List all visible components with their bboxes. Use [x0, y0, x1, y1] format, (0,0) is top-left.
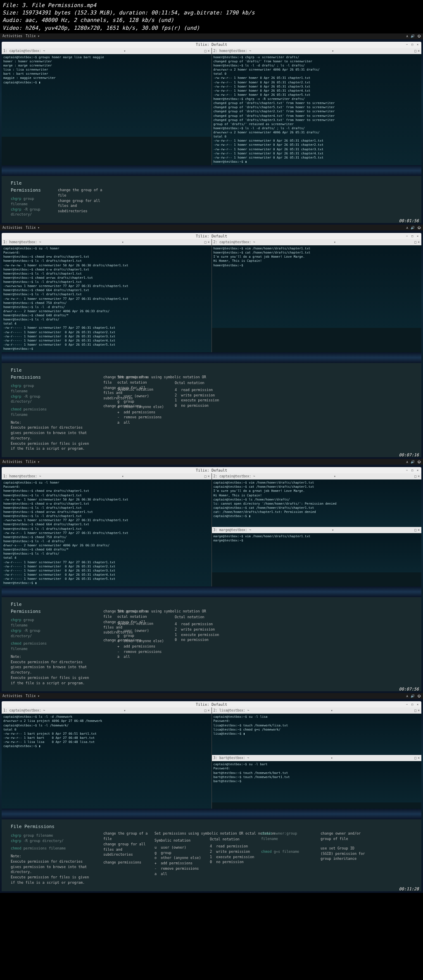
- network-icon[interactable]: ⋏: [406, 226, 408, 230]
- pane-max-icon[interactable]: □: [414, 240, 416, 244]
- pane-header[interactable]: 1: homer@testbox: ~▾ □×: [2, 239, 212, 245]
- file-metadata: File: 3. File Permissions.mp4 Size: 1597…: [0, 0, 423, 33]
- power-icon[interactable]: ⏻: [417, 226, 421, 230]
- terminal-output[interactable]: captain@testbox:~$ vim /home/homer/draft…: [212, 479, 422, 527]
- close-button[interactable]: ×: [416, 234, 420, 238]
- pane-header[interactable]: 3: bart@testbox: ~▾ □×: [212, 755, 422, 761]
- pane-max-icon[interactable]: □: [204, 49, 207, 53]
- pane-close-icon[interactable]: ×: [418, 49, 420, 53]
- pane-close-icon[interactable]: ×: [418, 709, 420, 712]
- app-menu[interactable]: Tilix ▾: [26, 226, 40, 230]
- pane-close-icon[interactable]: ×: [208, 240, 210, 244]
- pane-header[interactable]: 3: marge@testbox: ~▾ □×: [212, 527, 422, 533]
- close-button[interactable]: ×: [416, 702, 420, 707]
- terminal-output[interactable]: homer@testbox:~$ vim /home/homer/drafts/…: [212, 245, 422, 328]
- terminal-pane-right[interactable]: 2: captain@testbox: ~▾ □× homer@testbox:…: [212, 239, 422, 352]
- close-button[interactable]: ×: [416, 468, 420, 472]
- pane-header[interactable]: 1: homer@testbox: ~▾ □×: [2, 473, 212, 479]
- terminal-pane-left[interactable]: 1: homer@testbox: ~▾ □× captain@testbox:…: [2, 239, 212, 352]
- app-menu[interactable]: Tilix ▾: [26, 460, 40, 464]
- minimize-button[interactable]: −: [405, 702, 409, 707]
- pane-max-icon[interactable]: □: [204, 709, 207, 712]
- tilix-titlebar[interactable]: Tilix: Default − □ ×: [2, 701, 421, 707]
- pane-header-left[interactable]: 1: captain@testbox: ~▾ □×: [2, 48, 212, 54]
- tilix-titlebar[interactable]: Tilix: Default − □ ×: [2, 233, 421, 239]
- power-icon[interactable]: ⏻: [417, 34, 421, 38]
- oct-header: Octal notation: [175, 380, 224, 386]
- terminal-output[interactable]: captain@testbox:~$ su -l lisa Password: …: [212, 714, 422, 755]
- pane-max-icon[interactable]: □: [204, 240, 207, 244]
- network-icon[interactable]: ⋏: [406, 694, 408, 698]
- ref-title: File Permissions: [11, 601, 52, 615]
- terminal-pane-left[interactable]: 1: captain@testbox: ~▾ □× captain@testbo…: [2, 707, 212, 809]
- terminal-output[interactable]: captain@testbox:~$ groups homer marge li…: [2, 54, 212, 137]
- pane-close-icon[interactable]: ×: [208, 49, 210, 53]
- terminal-output[interactable]: captain@testbox:~$ su -l homer Password:…: [2, 479, 212, 586]
- volume-icon[interactable]: 🔊: [411, 226, 415, 230]
- activities-button[interactable]: Activities: [2, 694, 22, 698]
- gnome-topbar: Activities Tilix ▾ ⋏ 🔊 ⏻: [0, 225, 423, 230]
- meta-video: Video: h264, yuv420p, 1280x720, 1651 kb/…: [2, 24, 421, 32]
- pane-max-icon[interactable]: □: [204, 475, 207, 478]
- segment-2: Activities Tilix ▾ ⋏ 🔊 ⏻ Tilix: Default …: [0, 225, 423, 459]
- volume-icon[interactable]: 🔊: [411, 460, 415, 464]
- pane-header[interactable]: 1: captain@testbox: ~▾ □×: [2, 707, 212, 714]
- terminal-output[interactable]: captain@testbox:~$ su -l homer Password:…: [2, 245, 212, 352]
- pane-close-icon[interactable]: ×: [418, 756, 420, 760]
- pane-header[interactable]: 2: captain@testbox: ~▾ □×: [212, 239, 422, 245]
- pane-label: 3: bart@testbox: ~: [214, 756, 250, 760]
- maximize-button[interactable]: □: [410, 702, 414, 707]
- timestamp: 00:11:28: [399, 887, 419, 891]
- pane-close-icon[interactable]: ×: [418, 475, 420, 478]
- power-icon[interactable]: ⏻: [417, 694, 421, 698]
- pane-label: 2: lisa@testbox: ~: [214, 709, 250, 712]
- terminal-output[interactable]: homer@testbox:~$ chgrp -v screenwriter d…: [212, 54, 422, 165]
- terminal-pane-right-stack: 2: captain@testbox: ~▾ □× captain@testbo…: [212, 473, 422, 586]
- maximize-button[interactable]: □: [410, 234, 414, 238]
- minimize-button[interactable]: −: [405, 43, 409, 47]
- terminal-pane-right-stack: 2: lisa@testbox: ~▾ □× captain@testbox:~…: [212, 707, 422, 809]
- ref-title: File Permissions: [11, 180, 52, 194]
- minimize-button[interactable]: −: [405, 468, 409, 472]
- app-menu[interactable]: Tilix ▾: [26, 34, 40, 38]
- network-icon[interactable]: ⋏: [406, 460, 408, 464]
- app-menu[interactable]: Tilix ▾: [26, 694, 40, 698]
- pane-close-icon[interactable]: ×: [418, 528, 420, 532]
- pane-header-right[interactable]: 2: homer@testbox: ~▾ □×: [212, 48, 422, 54]
- terminal-pane-right[interactable]: 2: homer@testbox: ~▾ □× homer@testbox:~$…: [212, 48, 422, 165]
- terminal-output[interactable]: captain@testbox:~$ su -l bart Password: …: [212, 761, 422, 802]
- activities-button[interactable]: Activities: [2, 460, 22, 464]
- pane-label: 2: captain@testbox: ~: [214, 475, 255, 478]
- pane-close-icon[interactable]: ×: [208, 709, 210, 712]
- minimize-button[interactable]: −: [405, 234, 409, 238]
- volume-icon[interactable]: 🔊: [411, 34, 415, 38]
- network-icon[interactable]: ⋏: [406, 34, 408, 38]
- pane-header[interactable]: 2: captain@testbox: ~▾ □×: [212, 473, 422, 479]
- power-icon[interactable]: ⏻: [417, 460, 421, 464]
- tilix-titlebar[interactable]: Tilix: Default − □ ×: [2, 42, 421, 48]
- volume-icon[interactable]: 🔊: [411, 694, 415, 698]
- terminal-output[interactable]: marge@testbox:~$ vim /home/homer/drafts/…: [212, 533, 422, 572]
- terminal-pane-left[interactable]: 1: homer@testbox: ~▾ □× captain@testbox:…: [2, 473, 212, 586]
- pane-close-icon[interactable]: ×: [208, 475, 210, 478]
- terminal-pane-left[interactable]: 1: captain@testbox: ~▾ □× captain@testbo…: [2, 48, 212, 165]
- maximize-button[interactable]: □: [410, 468, 414, 472]
- activities-button[interactable]: Activities: [2, 226, 22, 230]
- window-title: Tilix: Default: [196, 702, 227, 707]
- pane-max-icon[interactable]: □: [414, 528, 416, 532]
- terminal-output[interactable]: captain@testbox:~$ ls -l -d /homework dr…: [2, 714, 212, 809]
- activities-button[interactable]: Activities: [2, 34, 22, 38]
- maximize-button[interactable]: □: [410, 43, 414, 47]
- close-button[interactable]: ×: [416, 43, 420, 47]
- pane-max-icon[interactable]: □: [414, 709, 416, 712]
- pane-label: 1: homer@testbox: ~: [3, 475, 41, 478]
- pane-max-icon[interactable]: □: [414, 475, 416, 478]
- pane-header[interactable]: 2: lisa@testbox: ~▾ □×: [212, 707, 422, 714]
- tilix-titlebar[interactable]: Tilix: Default − □ ×: [2, 467, 421, 473]
- pane-label: 1: homer@testbox: ~: [3, 240, 41, 244]
- gnome-topbar: Activities Tilix ▾ ⋏ 🔊 ⏻: [0, 693, 423, 699]
- pane-max-icon[interactable]: □: [414, 756, 416, 760]
- pane-label: 3: marge@testbox: ~: [214, 528, 252, 532]
- pane-close-icon[interactable]: ×: [418, 240, 420, 244]
- pane-max-icon[interactable]: □: [414, 49, 416, 53]
